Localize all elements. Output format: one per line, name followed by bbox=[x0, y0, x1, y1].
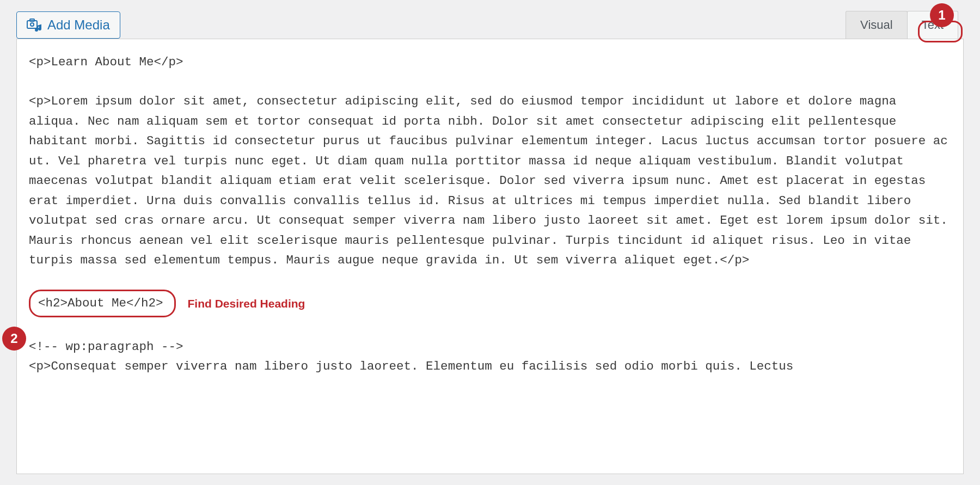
code-line-p2: <p>Lorem ipsum dolor sit amet, consectet… bbox=[29, 91, 951, 270]
code-line-p1: <p>Learn About Me</p> bbox=[29, 52, 951, 72]
code-line-comment: <!-- wp:paragraph --> bbox=[29, 337, 951, 357]
annotation-oval-heading: <h2>About Me</h2> bbox=[29, 290, 176, 317]
code-line-h2: <h2>About Me</h2> bbox=[38, 296, 163, 310]
camera-music-icon bbox=[27, 19, 42, 32]
svg-point-1 bbox=[30, 23, 34, 26]
tab-visual[interactable]: Visual bbox=[846, 11, 908, 39]
svg-rect-0 bbox=[27, 21, 37, 28]
annotation-badge-1: 1 bbox=[930, 3, 954, 27]
editor-toolbar: Add Media Visual Text bbox=[0, 0, 980, 39]
text-editor-area[interactable]: <p>Learn About Me</p> <p>Lorem ipsum dol… bbox=[16, 39, 964, 474]
heading-line-row: <h2>About Me</h2> Find Desired Heading bbox=[29, 290, 951, 317]
annotation-heading-note: Find Desired Heading bbox=[188, 297, 305, 310]
annotation-badge-2: 2 bbox=[2, 327, 26, 351]
add-media-button[interactable]: Add Media bbox=[16, 11, 120, 39]
code-line-p3: <p>Consequat semper viverra nam libero j… bbox=[29, 357, 951, 376]
add-media-label: Add Media bbox=[47, 17, 110, 33]
